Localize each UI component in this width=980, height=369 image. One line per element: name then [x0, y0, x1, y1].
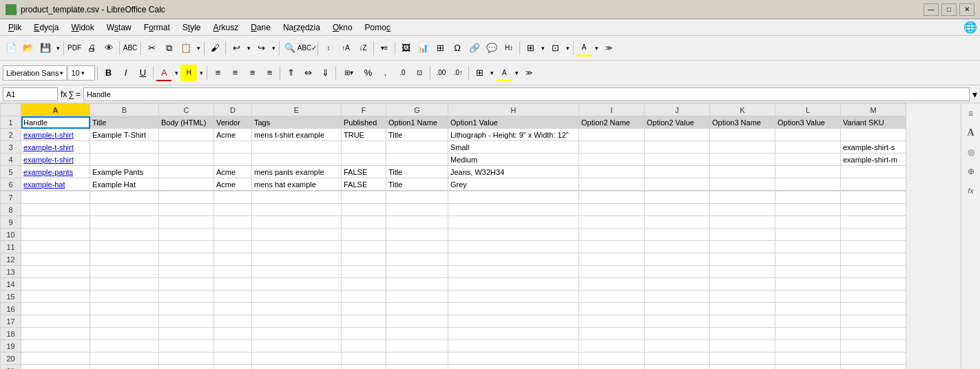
cell-k4[interactable] [710, 154, 775, 166]
cell-i4[interactable] [579, 154, 645, 166]
col-header-l[interactable]: L [775, 104, 841, 116]
cell-C11[interactable] [159, 241, 214, 253]
row-num-11[interactable]: 11 [1, 241, 21, 253]
cell-F9[interactable] [342, 216, 386, 229]
cell-A7[interactable] [21, 191, 90, 204]
cell-A19[interactable] [21, 340, 90, 352]
cell-j2[interactable] [645, 129, 710, 141]
cell-g1[interactable]: Option1 Name [386, 116, 448, 129]
cell-j6[interactable] [645, 178, 710, 191]
cell-E8[interactable] [252, 204, 342, 216]
print-button[interactable]: 🖨 [83, 40, 100, 56]
cell-D9[interactable] [214, 216, 252, 229]
col-header-f[interactable]: F [342, 104, 386, 116]
cell-H11[interactable] [448, 241, 579, 253]
cell-L9[interactable] [775, 216, 841, 229]
cell-M8[interactable] [841, 204, 906, 216]
cell-C17[interactable] [159, 315, 214, 328]
cell-F7[interactable] [342, 191, 386, 204]
cell-A13[interactable] [21, 266, 90, 278]
cell-D16[interactable] [214, 303, 252, 315]
cell-G13[interactable] [386, 266, 448, 278]
cell-K17[interactable] [710, 315, 775, 328]
cell-K10[interactable] [710, 229, 775, 241]
row-num-21[interactable]: 21 [1, 365, 21, 370]
cell-M16[interactable] [841, 303, 906, 315]
cell-h2[interactable]: Lithograph - Height: 9" x Width: 12" [448, 129, 579, 141]
cell-D19[interactable] [214, 340, 252, 352]
menu-widok[interactable]: Widok [65, 21, 99, 34]
cell-B20[interactable] [90, 352, 159, 365]
cell-L8[interactable] [775, 204, 841, 216]
gallery-btn[interactable]: ◎ [963, 145, 979, 160]
percent-button[interactable]: % [359, 65, 376, 81]
col-header-c[interactable]: C [159, 104, 214, 116]
cell-k3[interactable] [710, 141, 775, 154]
cell-B21[interactable] [90, 365, 159, 370]
cell-d1[interactable]: Vendor [214, 116, 252, 129]
cell-f1[interactable]: Published [342, 116, 386, 129]
format-paint-button[interactable]: 🖌 [207, 40, 223, 56]
cell-g4[interactable] [386, 154, 448, 166]
navigator-btn[interactable]: ⊕ [963, 164, 979, 179]
cell-M19[interactable] [841, 340, 906, 352]
formula-equals-icon[interactable]: = [76, 89, 81, 99]
col-header-k[interactable]: K [710, 104, 775, 116]
cell-c1[interactable]: Body (HTML) [159, 116, 214, 129]
cell-j4[interactable] [645, 154, 710, 166]
cell-l4[interactable] [775, 154, 841, 166]
cell-C8[interactable] [159, 204, 214, 216]
cell-I20[interactable] [579, 352, 645, 365]
borders-dropdown[interactable]: ▾ [539, 40, 546, 56]
cell-F14[interactable] [342, 278, 386, 291]
cell-H19[interactable] [448, 340, 579, 352]
cell-e4[interactable] [252, 154, 342, 166]
cell-I14[interactable] [579, 278, 645, 291]
cell-m5[interactable] [841, 166, 906, 178]
cell-h3[interactable]: Small [448, 141, 579, 154]
cell-H18[interactable] [448, 328, 579, 340]
cell-f5[interactable]: FALSE [342, 166, 386, 178]
cell-G10[interactable] [386, 229, 448, 241]
spellcheck-button[interactable]: ABC [122, 40, 138, 56]
cell-J8[interactable] [645, 204, 710, 216]
bold-button[interactable]: B [100, 65, 116, 81]
undo-dropdown[interactable]: ▾ [245, 40, 252, 56]
cell-I8[interactable] [579, 204, 645, 216]
cell-C18[interactable] [159, 328, 214, 340]
cell-d5[interactable]: Acme [214, 166, 252, 178]
cell-f3[interactable] [342, 141, 386, 154]
cell-M17[interactable] [841, 315, 906, 328]
cell-J12[interactable] [645, 253, 710, 266]
cell-J21[interactable] [645, 365, 710, 370]
cell-k5[interactable] [710, 166, 775, 178]
row-num-12[interactable]: 12 [1, 253, 21, 266]
merge-button[interactable]: ⊡ [547, 40, 563, 56]
cell-B17[interactable] [90, 315, 159, 328]
align-left-button[interactable]: ≡ [209, 65, 226, 81]
cell-i2[interactable] [579, 129, 645, 141]
cell-B18[interactable] [90, 328, 159, 340]
cell-B16[interactable] [90, 303, 159, 315]
cell-L10[interactable] [775, 229, 841, 241]
cell-k1[interactable]: Option3 Name [710, 116, 775, 129]
cell-E13[interactable] [252, 266, 342, 278]
cell-B10[interactable] [90, 229, 159, 241]
cell-f4[interactable] [342, 154, 386, 166]
col-header-d[interactable]: D [214, 104, 252, 116]
cell-C10[interactable] [159, 229, 214, 241]
add-decimal-button[interactable]: .0↑ [450, 65, 466, 81]
thousands-button[interactable]: , [377, 65, 393, 81]
row-num-14[interactable]: 14 [1, 278, 21, 291]
special-char-button[interactable]: Ω [449, 40, 466, 56]
cell-A17[interactable] [21, 315, 90, 328]
cell-l1[interactable]: Option3 Value [775, 116, 841, 129]
cell-b5[interactable]: Example Pants [90, 166, 159, 178]
cell-B19[interactable] [90, 340, 159, 352]
menu-narzedzia[interactable]: Narzędzia [278, 21, 326, 34]
cell-i3[interactable] [579, 141, 645, 154]
row-num-4[interactable]: 4 [1, 154, 21, 166]
function-wizard-icon[interactable]: fx [61, 89, 67, 99]
cell-A11[interactable] [21, 241, 90, 253]
cell-H7[interactable] [448, 191, 579, 204]
